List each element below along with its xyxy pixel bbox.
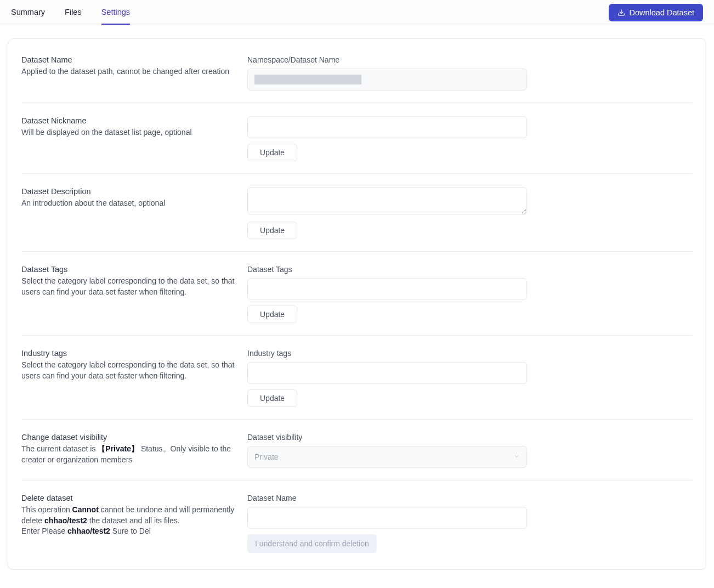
delete-desc-path2: chhao/test2: [67, 527, 110, 535]
industry-field-label: Industry tags: [247, 349, 693, 358]
tabs: Summary Files Settings: [11, 0, 130, 25]
chevron-down-icon: [513, 453, 520, 461]
delete-desc-p5: Sure to Del: [110, 527, 151, 535]
tags-field-label: Dataset Tags: [247, 265, 693, 274]
delete-desc-p4: Enter Please: [21, 527, 67, 535]
section-dataset-name: Dataset Name Applied to the dataset path…: [21, 55, 693, 103]
download-dataset-button[interactable]: Download Dataset: [609, 4, 704, 21]
header-bar: Summary Files Settings Download Dataset: [0, 0, 714, 25]
dataset-name-title: Dataset Name: [21, 55, 236, 64]
tab-summary[interactable]: Summary: [11, 0, 45, 25]
industry-title: Industry tags: [21, 349, 236, 358]
visibility-title: Change dataset visibility: [21, 433, 236, 442]
industry-update-button[interactable]: Update: [247, 389, 297, 407]
namespace-placeholder: [254, 75, 361, 84]
tags-desc: Select the category label corresponding …: [21, 276, 236, 297]
tags-update-button[interactable]: Update: [247, 306, 297, 323]
nickname-title: Dataset Nickname: [21, 116, 236, 125]
delete-desc: This operation Cannot cannot be undone a…: [21, 505, 236, 537]
nickname-input[interactable]: [247, 116, 527, 138]
visibility-select-value: Private: [254, 453, 279, 461]
delete-desc-cannot: Cannot: [72, 505, 99, 514]
delete-desc-p3: the dataset and all its files.: [87, 516, 180, 525]
delete-confirm-button[interactable]: I understand and confirm deletion: [247, 534, 377, 553]
tags-input[interactable]: [247, 278, 527, 300]
industry-desc: Select the category label corresponding …: [21, 360, 236, 381]
nickname-desc: Will be displayed on the dataset list pa…: [21, 127, 236, 138]
tab-files[interactable]: Files: [65, 0, 82, 25]
nickname-update-button[interactable]: Update: [247, 144, 297, 161]
delete-confirm-input[interactable]: [247, 507, 527, 529]
visibility-field-label: Dataset visibility: [247, 433, 693, 442]
tab-settings[interactable]: Settings: [101, 0, 130, 25]
namespace-input: [247, 69, 527, 91]
delete-field-label: Dataset Name: [247, 494, 693, 502]
visibility-select[interactable]: Private: [247, 446, 527, 468]
section-visibility: Change dataset visibility The current da…: [21, 433, 693, 480]
section-delete-dataset: Delete dataset This operation Cannot can…: [21, 494, 693, 553]
description-title: Dataset Description: [21, 187, 236, 196]
section-industry-tags: Industry tags Select the category label …: [21, 349, 693, 420]
section-dataset-description: Dataset Description An introduction abou…: [21, 187, 693, 252]
delete-desc-path1: chhao/test2: [44, 516, 87, 525]
tags-title: Dataset Tags: [21, 265, 236, 274]
description-update-button[interactable]: Update: [247, 222, 297, 239]
visibility-desc-prefix: The current dataset is: [21, 444, 98, 453]
section-dataset-nickname: Dataset Nickname Will be displayed on th…: [21, 116, 693, 174]
download-icon: [617, 9, 625, 16]
delete-title: Delete dataset: [21, 494, 236, 502]
download-dataset-label: Download Dataset: [630, 8, 695, 17]
description-textarea[interactable]: [247, 187, 527, 214]
section-dataset-tags: Dataset Tags Select the category label c…: [21, 265, 693, 336]
dataset-name-desc: Applied to the dataset path, cannot be c…: [21, 66, 236, 77]
settings-card: Dataset Name Applied to the dataset path…: [8, 38, 706, 570]
visibility-desc-status: 【Private】: [98, 444, 139, 453]
delete-desc-p1: This operation: [21, 505, 72, 514]
namespace-label: Namespace/Dataset Name: [247, 55, 693, 64]
visibility-desc: The current dataset is 【Private】 Status。…: [21, 444, 236, 465]
industry-input[interactable]: [247, 362, 527, 384]
description-desc: An introduction about the dataset, optio…: [21, 198, 236, 209]
